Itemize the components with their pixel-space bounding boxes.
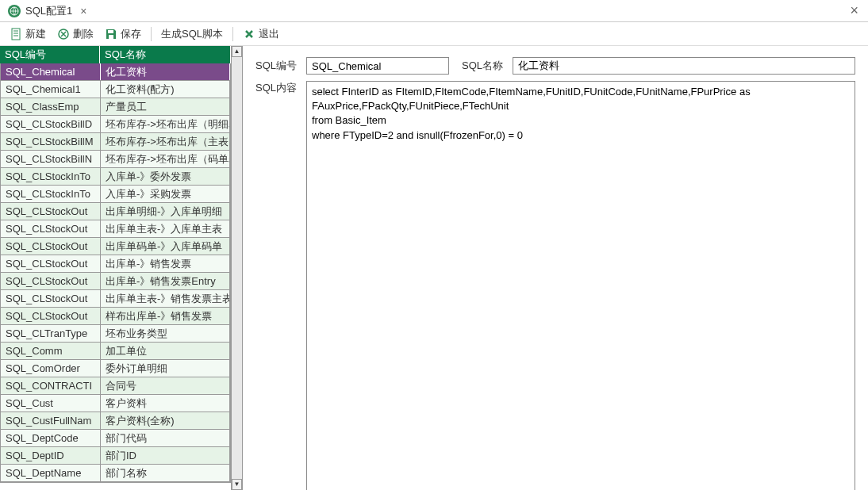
cell-sql-id: SQL_Cust	[1, 395, 101, 412]
gen-script-button[interactable]: 生成SQL脚本	[156, 25, 228, 43]
cell-sql-id: SQL_CLStockInTo	[1, 186, 101, 202]
globe-icon	[8, 5, 21, 17]
main-area: SQL编号 SQL名称 SQL_Chemical化工资料SQL_Chemical…	[0, 46, 868, 490]
cell-sql-id: SQL_CLStockOut	[1, 308, 101, 324]
new-button[interactable]: 新建	[5, 25, 51, 43]
label-sql-content: SQL内容	[255, 81, 300, 95]
cell-sql-id: SQL_CLStockOut	[1, 238, 101, 255]
save-button[interactable]: 保存	[100, 25, 146, 43]
list-row[interactable]: SQL_Chemical化工资料	[1, 63, 230, 81]
cell-sql-id: SQL_CLStockOut	[1, 273, 101, 289]
cell-sql-id: SQL_ClassEmp	[1, 98, 101, 115]
list-row[interactable]: SQL_CLStockOut出库单-》销售发票	[1, 255, 230, 273]
cell-sql-name: 出库单-》销售发票Entry	[101, 273, 230, 289]
toolbar-separator	[232, 27, 233, 41]
list-header: SQL编号 SQL名称	[0, 46, 231, 63]
window-close-icon[interactable]: ×	[850, 2, 858, 19]
gen-script-label: 生成SQL脚本	[161, 27, 223, 41]
header-sql-name[interactable]: SQL名称	[100, 46, 231, 63]
cell-sql-id: SQL_CLStockOut	[1, 255, 101, 272]
delete-button[interactable]: 删除	[52, 25, 98, 43]
cell-sql-name: 部门代码	[101, 430, 230, 446]
cell-sql-id: SQL_CLStockOut	[1, 220, 101, 237]
cell-sql-name: 客户资料(全称)	[101, 412, 230, 429]
list-row[interactable]: SQL_CLStockOut样布出库单-》销售发票	[1, 308, 230, 325]
cell-sql-name: 部门名称	[101, 465, 230, 481]
header-sql-id[interactable]: SQL编号	[0, 46, 100, 63]
cell-sql-name: 出库单主表-》入库单主表	[101, 220, 230, 237]
cell-sql-name: 坯布库存->坯布出库（码单表）	[101, 151, 230, 167]
list-row[interactable]: SQL_CLStockOut出库单主表-》销售发票主表	[1, 290, 230, 308]
cell-sql-id: SQL_DeptID	[1, 447, 101, 464]
tab-bar: SQL配置1 × ×	[0, 0, 868, 22]
cell-sql-id: SQL_CLStockInTo	[1, 168, 101, 185]
tab-sql-config[interactable]: SQL配置1 ×	[0, 0, 94, 21]
list-row[interactable]: SQL_CustFullNam客户资料(全称)	[1, 412, 230, 430]
svg-rect-3	[108, 30, 113, 33]
detail-pane: SQL编号 SQL名称 SQL内容	[243, 46, 868, 490]
cell-sql-id: SQL_DeptCode	[1, 430, 101, 446]
list-row[interactable]: SQL_ComOrder委外订单明细	[1, 360, 230, 377]
cell-sql-name: 化工资料	[101, 63, 230, 80]
exit-button[interactable]: 退出	[238, 25, 284, 43]
list-row[interactable]: SQL_CLStockBillM坯布库存->坯布出库（主表）	[1, 133, 230, 151]
cell-sql-id: SQL_CLStockOut	[1, 290, 101, 307]
cell-sql-id: SQL_CLStockOut	[1, 203, 101, 220]
cell-sql-name: 出库单-》销售发票	[101, 255, 230, 272]
list-row[interactable]: SQL_CLStockBillN坯布库存->坯布出库（码单表）	[1, 151, 230, 168]
cell-sql-name: 合同号	[101, 377, 230, 394]
list-row[interactable]: SQL_DeptID部门ID	[1, 447, 230, 465]
delete-icon	[57, 28, 70, 40]
cell-sql-name: 客户资料	[101, 395, 230, 412]
cell-sql-name: 坯布库存->坯布出库（主表）	[101, 133, 230, 150]
cell-sql-name: 出库单码单-》入库单码单	[101, 238, 230, 255]
input-sql-id[interactable]	[306, 57, 449, 75]
exit-label: 退出	[259, 27, 279, 41]
list-row[interactable]: SQL_CLStockOut出库单明细-》入库单明细	[1, 203, 230, 220]
list-row[interactable]: SQL_CLStockOut出库单码单-》入库单码单	[1, 238, 230, 255]
toolbar: 新建 删除 保存 生成SQL脚本 退出	[0, 22, 868, 46]
cell-sql-id: SQL_CONTRACTI	[1, 377, 101, 394]
list-row[interactable]: SQL_DeptName部门名称	[1, 465, 230, 482]
cell-sql-name: 坯布业务类型	[101, 325, 230, 342]
cell-sql-name: 部门ID	[101, 447, 230, 464]
cell-sql-id: SQL_CLStockBillM	[1, 133, 101, 150]
cell-sql-name: 加工单位	[101, 343, 230, 359]
cell-sql-name: 入库单-》采购发票	[101, 186, 230, 202]
list-row[interactable]: SQL_CLStockBillD坯布库存->坯布出库（明细表）	[1, 116, 230, 133]
list-row[interactable]: SQL_Chemical1化工资料(配方)	[1, 81, 230, 98]
close-icon[interactable]: ×	[80, 5, 86, 17]
list-row[interactable]: SQL_CLStockInTo入库单-》委外发票	[1, 168, 230, 186]
save-label: 保存	[121, 27, 141, 41]
scroll-up-icon[interactable]: ▲	[232, 46, 242, 57]
cell-sql-name: 委外订单明细	[101, 360, 230, 377]
cell-sql-id: SQL_CustFullNam	[1, 412, 101, 429]
cell-sql-id: SQL_DeptName	[1, 465, 101, 481]
cell-sql-id: SQL_Chemical1	[1, 81, 101, 98]
list-row[interactable]: SQL_CLTranType坯布业务类型	[1, 325, 230, 343]
list-row[interactable]: SQL_CONTRACTI合同号	[1, 377, 230, 395]
cell-sql-name: 坯布库存->坯布出库（明细表）	[101, 116, 230, 132]
cell-sql-id: SQL_CLStockBillN	[1, 151, 101, 167]
cell-sql-name: 化工资料(配方)	[101, 81, 230, 98]
cell-sql-id: SQL_CLStockBillD	[1, 116, 101, 132]
list-body: SQL_Chemical化工资料SQL_Chemical1化工资料(配方)SQL…	[0, 63, 231, 483]
svg-rect-1	[12, 29, 20, 40]
scrollbar[interactable]: ▲ ▼	[231, 46, 242, 490]
delete-label: 删除	[73, 27, 94, 41]
list-row[interactable]: SQL_ClassEmp产量员工	[1, 98, 230, 116]
cell-sql-name: 出库单主表-》销售发票主表	[101, 290, 230, 307]
list-row[interactable]: SQL_Comm加工单位	[1, 343, 230, 360]
tab-label: SQL配置1	[25, 4, 72, 18]
cell-sql-id: SQL_Comm	[1, 343, 101, 359]
scroll-down-icon[interactable]: ▼	[232, 479, 242, 490]
list-row[interactable]: SQL_CLStockOut出库单-》销售发票Entry	[1, 273, 230, 290]
cell-sql-id: SQL_ComOrder	[1, 360, 101, 377]
label-sql-name: SQL名称	[462, 59, 506, 73]
list-row[interactable]: SQL_CLStockInTo入库单-》采购发票	[1, 186, 230, 203]
list-row[interactable]: SQL_Cust客户资料	[1, 395, 230, 412]
input-sql-name[interactable]	[513, 57, 855, 75]
list-row[interactable]: SQL_DeptCode部门代码	[1, 430, 230, 447]
list-row[interactable]: SQL_CLStockOut出库单主表-》入库单主表	[1, 220, 230, 238]
textarea-sql-content[interactable]	[306, 81, 855, 490]
